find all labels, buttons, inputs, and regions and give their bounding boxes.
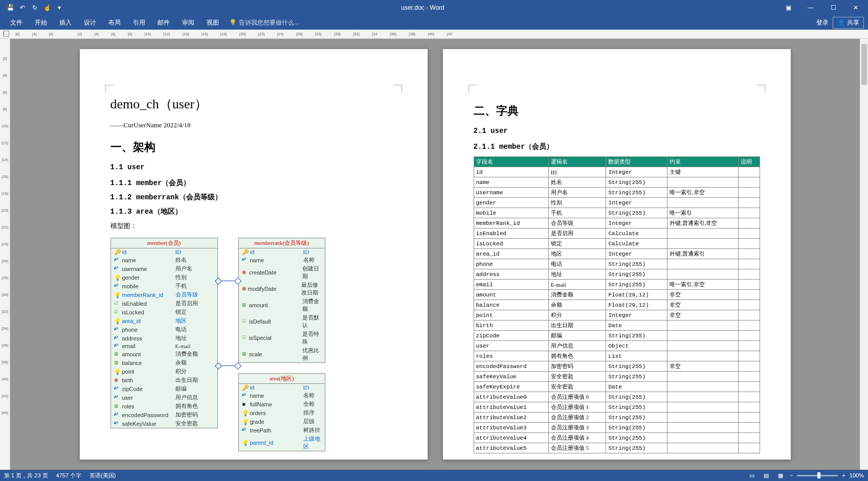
field-name: safeKeyValue [122,421,173,427]
field-name: grade [250,419,301,425]
entity-field-row: AᵇtreePath树路径 [239,426,325,434]
status-page[interactable]: 第 1 页，共 23 页 [4,472,48,479]
zoom-thumb[interactable] [817,472,820,478]
close-button[interactable]: ✕ [845,0,866,15]
entity-field-row: Aᵇuser用户信息 [111,393,217,402]
minimize-button[interactable]: — [800,0,821,15]
page-2[interactable]: 二、字典 2.1 user 2.1.1 member（会员） 字段名逻辑名数据类… [443,49,791,460]
scrollbar-thumb[interactable] [861,44,867,85]
ribbon-tab[interactable]: 布局 [102,15,127,30]
field-label: 用户名 [175,265,192,272]
table-cell: zipCode [474,331,548,341]
entity-field-row: Aᵇphone电话 [111,325,217,334]
tab-selector-icon[interactable]: L [3,31,9,37]
ribbon-tab[interactable]: 邮件 [151,15,176,30]
table-row: safeKeyValue安全密匙String(255) [474,372,760,382]
field-label: 层级 [303,418,315,425]
table-cell [738,208,760,218]
field-name: name [122,257,173,263]
table-row: username用户名String(255)唯一索引,非空 [474,188,760,198]
ruler-horizontal[interactable]: L |6||4||2||2||4||6||8||10||12||14||16||… [0,30,868,39]
field-name: username [122,266,173,272]
field-label: 创建日期 [302,265,322,280]
table-cell: attributeValue5 [474,443,548,453]
field-type-icon: Aᵇ [114,283,120,289]
ribbon-tab[interactable]: 文件 [4,15,29,30]
ribbon-tab[interactable]: 审阅 [176,15,201,30]
undo-icon[interactable]: ↶ [18,4,27,12]
read-mode-icon[interactable]: ▭ [747,470,757,480]
ribbon-options-icon[interactable]: ▣ [778,0,798,15]
field-label: 消费金额 [302,297,322,313]
table-cell [738,392,760,402]
table-cell [738,351,760,361]
table-cell: 是否启用 [548,228,606,239]
heading-3: 2.1.1 member（会员） [474,142,760,151]
zoom-slider[interactable] [797,475,838,476]
table-cell [667,331,738,341]
table-cell [667,269,738,280]
status-language[interactable]: 英语(美国) [90,472,116,479]
field-name: memberRank_id [122,292,173,298]
table-cell [738,310,760,320]
table-cell: String(255) [606,372,667,382]
entity-field-row: AᵇencodedPassword加密密码 [111,410,217,419]
field-type-icon: Aᵇ [242,393,248,399]
field-type-icon: ☑ [242,335,247,341]
share-button[interactable]: 👤 共享 [833,17,864,29]
field-type-icon: ⊗ [242,269,247,276]
qat-more-icon[interactable]: ▾ [55,4,63,12]
field-label: 全称 [303,400,315,408]
field-name: name [250,257,301,263]
table-cell: birth [474,320,548,331]
table-cell: String(255) [606,433,667,443]
field-type-icon: ▦ [114,360,120,366]
table-cell: username [474,188,548,198]
ruler-vertical[interactable]: |2||4||6||8||10||12||14||16||18||20||22|… [0,39,10,470]
ribbon-tab[interactable]: 开始 [29,15,53,30]
field-name: isDefault [249,318,300,325]
table-cell: 安全密匙 [548,382,606,392]
table-cell: Integer [606,218,667,228]
entity-field-row: Aᵇaddress地址 [111,334,217,342]
ribbon-tab[interactable]: 视图 [201,15,225,30]
field-name: encodedPassword [122,412,173,418]
save-icon[interactable]: 💾 [6,4,14,12]
page-1[interactable]: demo_ch（user） ——CurUserName 2022/4/18 一、… [80,49,428,460]
zoom-out-button[interactable]: − [790,472,793,478]
entity-field-row: 🔑idID [239,248,325,256]
table-row: gender性别Integer [474,198,760,208]
field-name: createDate [249,269,300,276]
print-layout-icon[interactable]: ▤ [761,470,771,480]
quick-access-toolbar: 💾 ↶ ↻ ☝ ▾ [2,4,68,12]
table-cell: Integer [606,310,667,320]
field-type-icon: 💡 [114,292,120,298]
table-cell: String(255) [606,423,667,433]
field-name: id [250,384,301,391]
ribbon-tab[interactable]: 设计 [78,15,102,30]
table-cell [667,413,738,423]
redo-icon[interactable]: ↻ [31,4,39,12]
web-layout-icon[interactable]: ▦ [775,470,786,480]
entity-field-row: ☑isDefault是否默认 [239,313,325,330]
scrollbar-vertical[interactable] [860,39,868,470]
table-row: address地址String(255) [474,269,760,280]
body-text: 模型图： [110,221,397,231]
field-type-icon: 💡 [242,440,248,446]
workspace: |2||4||6||8||10||12||14||16||18||20||22|… [0,39,868,470]
window-controls: ▣ — ☐ ✕ [778,0,866,15]
tell-me-search[interactable]: 💡 告诉我您想要做什么... [229,18,299,27]
zoom-level[interactable]: 100% [850,472,864,478]
status-wordcount[interactable]: 4757 个字 [56,472,82,479]
field-type-icon: Aᵇ [114,266,120,272]
table-cell: 姓名 [548,177,606,188]
entity-field-row: AᵇemailE-mail [111,342,217,350]
field-label: 排序 [303,409,315,417]
maximize-button[interactable]: ☐ [823,0,843,15]
zoom-in-button[interactable]: + [842,472,845,478]
ribbon-tab[interactable]: 引用 [127,15,151,30]
touch-mode-icon[interactable]: ☝ [43,4,51,12]
field-name: area_id [122,318,173,324]
ribbon-tab[interactable]: 插入 [53,15,78,30]
login-link[interactable]: 登录 [816,18,829,27]
